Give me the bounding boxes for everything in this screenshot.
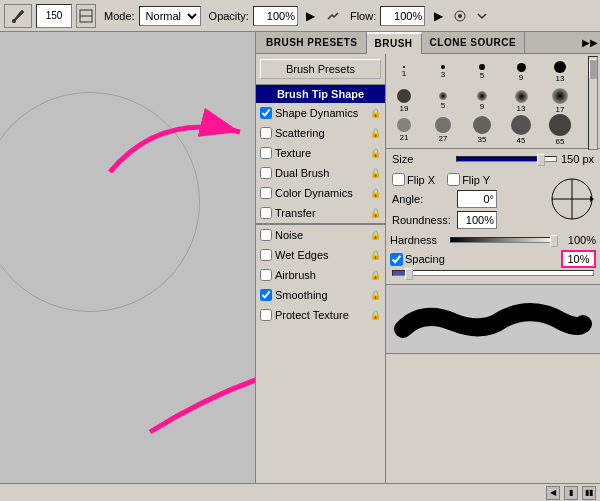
canvas-area[interactable] [0, 32, 260, 501]
size-label: Size [392, 153, 452, 165]
checkbox-wet-edges[interactable] [260, 249, 272, 261]
checkbox-shape-dynamics[interactable] [260, 107, 272, 119]
status-icon-1[interactable]: ◀ [546, 486, 560, 500]
opacity-increase-icon[interactable]: ▶ [302, 7, 320, 25]
option-dual-brush[interactable]: Dual Brush 🔒 [256, 163, 385, 183]
spacing-value-box: 10% [561, 250, 596, 268]
size-row: Size 150 px [386, 149, 600, 167]
flip-x-label: Flip X [407, 174, 435, 186]
tablet-pressure-icon[interactable] [451, 7, 469, 25]
lock-transfer: 🔒 [369, 207, 381, 219]
flow-input[interactable] [380, 6, 425, 26]
spacing-checkbox[interactable]: Spacing [390, 253, 445, 266]
flip-x-input[interactable] [392, 173, 405, 186]
lock-noise: 🔒 [369, 229, 381, 241]
option-airbrush[interactable]: Airbrush 🔒 [256, 265, 385, 285]
hardness-row: Hardness 100% [386, 234, 600, 246]
status-icon-2[interactable]: ▮ [564, 486, 578, 500]
main-area: BRUSH PRESETS BRUSH CLONE SOURCE ▶▶ Brus… [0, 32, 600, 501]
option-scattering[interactable]: Scattering 🔒 [256, 123, 385, 143]
brush-tip-19[interactable]: 19 [390, 87, 418, 115]
checkbox-dual-brush[interactable] [260, 167, 272, 179]
angle-input[interactable] [457, 190, 497, 208]
tip-grid-scrollbar[interactable] [588, 56, 598, 150]
status-icon-3[interactable]: ▮▮ [582, 486, 596, 500]
size-slider[interactable] [456, 156, 557, 162]
flip-y-checkbox[interactable]: Flip Y [447, 173, 490, 186]
angle-row: Angle: [392, 190, 542, 208]
option-wet-edges[interactable]: Wet Edges 🔒 [256, 245, 385, 265]
brush-tip-3[interactable]: 3 [429, 58, 457, 86]
option-color-dynamics[interactable]: Color Dynamics 🔒 [256, 183, 385, 203]
checkbox-protect-texture[interactable] [260, 309, 272, 321]
option-transfer[interactable]: Transfer 🔒 [256, 203, 385, 223]
option-noise[interactable]: Noise 🔒 [256, 225, 385, 245]
hardness-slider[interactable] [450, 237, 557, 243]
brush-tip-35[interactable]: 35 [468, 116, 496, 144]
brush-tip-shape-header[interactable]: Brush Tip Shape [256, 85, 385, 103]
brush-tip-9[interactable]: 9 [507, 58, 535, 86]
brush-tip-27[interactable]: 27 [429, 116, 457, 144]
airbrush-toggle-icon[interactable] [324, 7, 342, 25]
brush-tip-grid: 1 3 5 [386, 54, 600, 149]
tab-clone-source[interactable]: CLONE SOURCE [422, 32, 526, 54]
status-bar: ◀ ▮ ▮▮ [0, 483, 600, 501]
flip-angle-container: Flip X Flip Y Angle: Roundn [386, 171, 600, 234]
brush-size-box[interactable]: 150 [36, 4, 72, 28]
checkbox-transfer[interactable] [260, 207, 272, 219]
roundness-row: Roundness: [392, 211, 542, 229]
extra-icon[interactable] [473, 7, 491, 25]
flip-x-checkbox[interactable]: Flip X [392, 173, 435, 186]
brush-presets-button[interactable]: Brush Presets [260, 59, 381, 79]
brush-tip-13b[interactable]: 13 [507, 87, 535, 115]
label-wet-edges: Wet Edges [275, 249, 367, 261]
lock-color-dynamics: 🔒 [369, 187, 381, 199]
lock-texture: 🔒 [369, 147, 381, 159]
checkbox-noise[interactable] [260, 229, 272, 241]
checkbox-scattering[interactable] [260, 127, 272, 139]
brush-tip-5[interactable]: 5 [468, 58, 496, 86]
panel-tabs: BRUSH PRESETS BRUSH CLONE SOURCE ▶▶ [256, 32, 600, 54]
lock-dual-brush: 🔒 [369, 167, 381, 179]
brush-tool-icon[interactable] [4, 4, 32, 28]
angle-label: Angle: [392, 193, 457, 205]
brush-tip-13[interactable]: 13 [546, 58, 574, 86]
checkbox-texture[interactable] [260, 147, 272, 159]
brush-tip-45[interactable]: 45 [507, 116, 535, 144]
option-texture[interactable]: Texture 🔒 [256, 143, 385, 163]
tab-brush-presets[interactable]: BRUSH PRESETS [258, 32, 367, 54]
brush-panel: BRUSH PRESETS BRUSH CLONE SOURCE ▶▶ Brus… [255, 32, 600, 501]
flow-increase-icon[interactable]: ▶ [429, 7, 447, 25]
brush-mode-icon[interactable] [76, 4, 96, 28]
panel-expand-icon[interactable]: ▶▶ [580, 32, 600, 54]
brush-tip-1[interactable]: 1 [390, 58, 418, 86]
opacity-input[interactable] [253, 6, 298, 26]
label-transfer: Transfer [275, 207, 367, 219]
flip-y-input[interactable] [447, 173, 460, 186]
checkbox-color-dynamics[interactable] [260, 187, 272, 199]
brush-tip-21[interactable]: 21 [390, 116, 418, 144]
label-scattering: Scattering [275, 127, 367, 139]
option-protect-texture[interactable]: Protect Texture 🔒 [256, 305, 385, 325]
hardness-value: 100% [561, 234, 596, 246]
tab-brush[interactable]: BRUSH [367, 32, 422, 54]
panel-content: Brush Presets Brush Tip Shape Shape Dyna… [256, 54, 600, 501]
angle-diagram[interactable] [550, 177, 594, 223]
spacing-slider[interactable] [392, 270, 594, 276]
option-shape-dynamics[interactable]: Shape Dynamics 🔒 [256, 103, 385, 123]
option-smoothing[interactable]: Smoothing 🔒 [256, 285, 385, 305]
brush-tip-17[interactable]: 17 [546, 87, 574, 115]
label-color-dynamics: Color Dynamics [275, 187, 367, 199]
spacing-input[interactable] [390, 253, 403, 266]
checkbox-smoothing[interactable] [260, 289, 272, 301]
brush-presets-header: Brush Presets [256, 54, 385, 85]
mode-select[interactable]: Normal [139, 6, 201, 26]
label-shape-dynamics: Shape Dynamics [275, 107, 367, 119]
size-value: 150 px [561, 153, 594, 165]
crosshair-svg [550, 177, 594, 221]
brush-tip-9b[interactable]: 9 [468, 87, 496, 115]
checkbox-airbrush[interactable] [260, 269, 272, 281]
roundness-input[interactable] [457, 211, 497, 229]
brush-tip-65[interactable]: 65 [546, 116, 574, 144]
brush-tip-5b[interactable]: 5 [429, 87, 457, 115]
